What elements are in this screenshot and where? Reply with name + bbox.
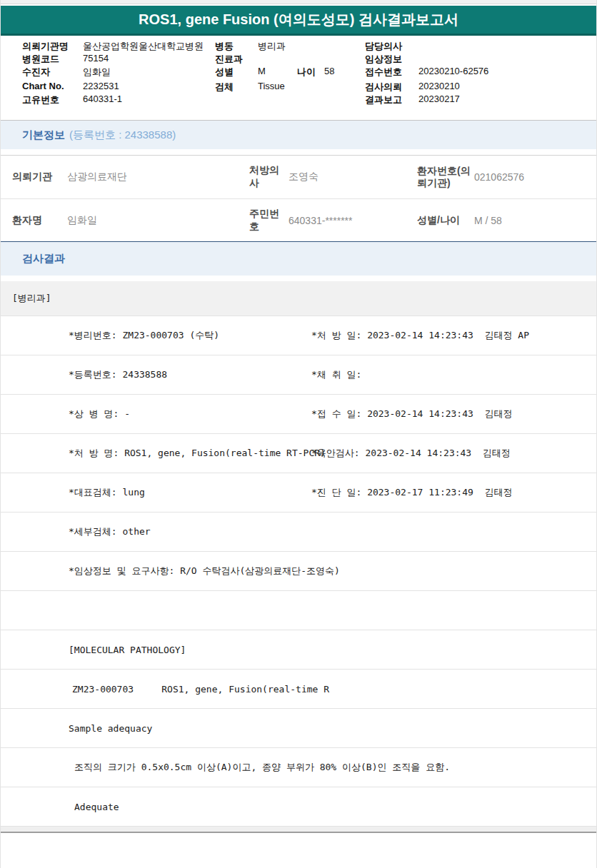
result-row-left: *대표검체: lung: [69, 486, 145, 499]
referring-org-value: 울산공업학원울산대학교병원: [83, 40, 204, 53]
unique-no-label: 고유번호: [22, 94, 59, 106]
sex-age-value: M / 58: [474, 199, 592, 241]
ward-value: 병리과: [258, 40, 286, 53]
receipt-no-label: 접수번호: [365, 66, 402, 79]
hospital-code-label: 병원코드: [22, 53, 59, 66]
department-row: [병리과]: [1, 281, 596, 316]
attending-doctor-label: 담당의사: [365, 40, 402, 53]
result-row-left: *병리번호: ZM23-000703 (수탁): [69, 329, 219, 342]
report-title-banner: ROS1, gene Fusion (여의도성모) 검사결과보고서: [1, 6, 596, 36]
chart-no-value: 2232531: [83, 81, 119, 91]
result-row-left: *상 병 명: -: [69, 408, 130, 420]
result-row-left: *등록번호: 24338588: [69, 368, 167, 381]
patient-no-value: 021062576: [474, 156, 592, 198]
result-row: *처 방 명: ROS1, gene, Fusion(real-time RT-…: [1, 434, 596, 473]
results-section-header: 검사결과: [1, 242, 596, 276]
result-row: Adequate: [1, 787, 596, 827]
receipt-no-value: 20230210-62576: [418, 66, 488, 76]
hospital-code-value: 75154: [83, 53, 109, 64]
examinee-label: 수진자: [22, 66, 50, 79]
patient-info-table: 의뢰기관 삼광의료재단 처방의사 조영숙 환자번호(의뢰기관) 02106257…: [1, 155, 596, 243]
result-row-left: Sample adequacy: [69, 723, 152, 734]
table-row: 의뢰기관 삼광의료재단 처방의사 조영숙 환자번호(의뢰기관) 02106257…: [1, 156, 596, 199]
specimen-value: Tissue: [258, 81, 285, 91]
patient-no-label: 환자번호(의뢰기관): [417, 156, 473, 198]
department-name: [병리과]: [12, 292, 51, 305]
clinic-dept-label: 진료과: [215, 53, 243, 66]
result-row: *상 병 명: - *접 수 일: 2023-02-14 14:23:43 김태…: [1, 395, 596, 434]
result-row-left: 조직의 크기가 0.5x0.5cm 이상(A)이고, 종양 부위가 80% 이상…: [74, 761, 450, 774]
report-date-label: 결과보고: [365, 94, 402, 106]
referral-org-label: 의뢰기관: [12, 156, 65, 198]
sex-label: 성별: [215, 66, 234, 79]
result-row-left: [MOLECULAR PATHOLOGY]: [69, 645, 186, 655]
report-date-value: 20230217: [418, 94, 460, 104]
referring-org-label: 의뢰기관명: [22, 40, 69, 53]
top-divider-strip: [1, 0, 596, 4]
request-date-value: 20230210: [418, 81, 460, 91]
sex-age-label: 성별/나이: [417, 199, 473, 241]
result-row-right: *채 취 일:: [311, 368, 361, 381]
result-row-right: *육안검사: 2023-02-14 14:23:43 김태정: [311, 447, 511, 460]
result-row: *병리번호: ZM23-000703 (수탁) *처 방 일: 2023-02-…: [1, 316, 596, 355]
result-row-left: *임상정보 및 요구사항: R/O 수탁검사(삼광의료재단-조영숙): [69, 565, 340, 577]
prescribing-doctor-label: 처방의사: [249, 156, 288, 198]
result-row-right: *처 방 일: 2023-02-14 14:23:43 김태정 AP: [311, 329, 529, 342]
header-info-panel: 의뢰기관명 울산공업학원울산대학교병원 병원코드 75154 수진자 임화일 C…: [1, 37, 596, 120]
basic-info-heading: 기본정보: [22, 128, 65, 142]
result-row: *대표검체: lung *진 단 일: 2023-02-17 11:23:49 …: [1, 473, 596, 513]
sex-value: M: [258, 66, 266, 76]
result-row-left: ZM23-000703 ROS1, gene, Fusion(real-time…: [72, 684, 329, 695]
result-row-left: *세부검체: other: [69, 525, 151, 538]
age-label: 나이: [297, 66, 316, 79]
report-page: ROS1, gene Fusion (여의도성모) 검사결과보고서 의뢰기관명 …: [0, 0, 597, 868]
basic-info-registration-no: (등록번호 : 24338588): [69, 128, 176, 142]
unique-no-value: 640331-1: [83, 94, 122, 104]
result-row-right: *접 수 일: 2023-02-14 14:23:43 김태정: [311, 408, 513, 420]
clinical-info-label: 임상정보: [365, 53, 402, 66]
result-row: [MOLECULAR PATHOLOGY]: [1, 630, 596, 670]
result-row: *임상정보 및 요구사항: R/O 수탁검사(삼광의료재단-조영숙): [1, 552, 596, 591]
bottom-divider-bar: [1, 827, 596, 833]
patient-name-value: 임화일: [67, 199, 246, 241]
result-row: ZM23-000703 ROS1, gene, Fusion(real-time…: [1, 670, 596, 709]
patient-name-label: 환자명: [12, 199, 65, 241]
result-row: [1, 591, 596, 630]
result-row-left: Adequate: [74, 802, 119, 812]
chart-no-label: Chart No.: [22, 81, 64, 91]
result-row: *세부검체: other: [1, 513, 596, 552]
result-row: Sample adequacy: [1, 709, 596, 748]
result-row: 조직의 크기가 0.5x0.5cm 이상(A)이고, 종양 부위가 80% 이상…: [1, 748, 596, 787]
examinee-value: 임화일: [83, 66, 111, 79]
result-detail-list: *병리번호: ZM23-000703 (수탁) *처 방 일: 2023-02-…: [1, 316, 596, 827]
resident-no-label: 주민번호: [249, 199, 288, 241]
report-title: ROS1, gene Fusion (여의도성모) 검사결과보고서: [139, 10, 458, 29]
request-date-label: 검사의뢰: [365, 81, 402, 94]
prescribing-doctor-value: 조영숙: [289, 156, 413, 198]
resident-no-value: 640331-*******: [289, 199, 413, 241]
basic-info-section-header: 기본정보 (등록번호 : 24338588): [1, 120, 596, 149]
result-row: *등록번호: 24338588 *채 취 일:: [1, 355, 596, 395]
referral-org-value: 삼광의료재단: [67, 156, 246, 198]
result-row-left: *처 방 명: ROS1, gene, Fusion(real-time RT-…: [69, 447, 326, 460]
result-row-right: *진 단 일: 2023-02-17 11:23:49 김태정: [311, 486, 513, 499]
specimen-label: 검체: [215, 81, 234, 94]
ward-label: 병동: [215, 40, 234, 53]
results-heading: 검사결과: [22, 252, 65, 266]
table-row: 환자명 임화일 주민번호 640331-******* 성별/나이 M / 58: [1, 199, 596, 241]
age-value: 58: [324, 66, 334, 76]
